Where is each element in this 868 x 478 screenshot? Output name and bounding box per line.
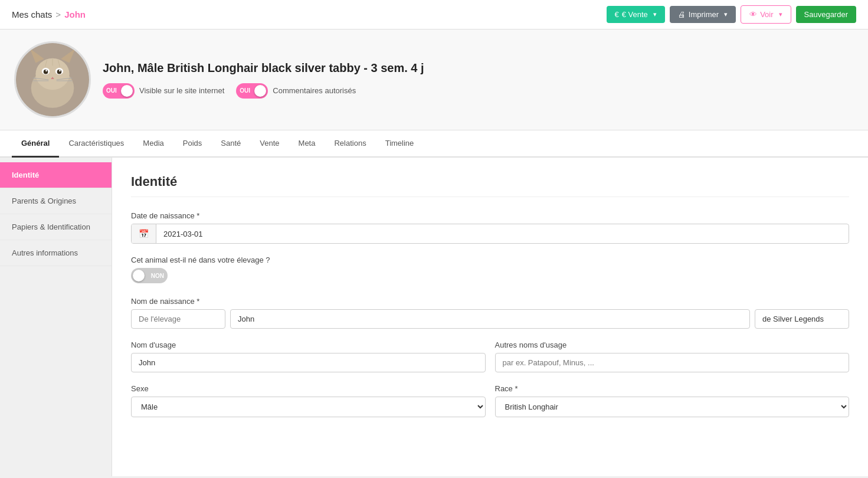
born-label: Cet animal est-il né dans votre élevage …: [131, 256, 849, 264]
sexe-select[interactable]: Mâle Femelle: [131, 397, 486, 417]
form-area: Identité Date de naissance * 📅 Cet anima…: [112, 158, 868, 476]
nom-naissance-group: Nom de naissance * de Silver Legends: [131, 297, 849, 329]
toggle-comments[interactable]: OUI: [236, 83, 268, 99]
toggle-visible-knob: [121, 85, 133, 97]
breadcrumb-base[interactable]: Mes chats: [12, 9, 52, 19]
print-icon: 🖨: [678, 10, 686, 19]
sidebar-item-identite[interactable]: Identité: [0, 162, 112, 188]
tabs-bar: Général Caractéristiques Media Poids San…: [0, 130, 868, 158]
toggle-comments-group: OUI Commentaires autorisés: [236, 83, 356, 99]
date-naissance-group: Date de naissance * 📅: [131, 211, 849, 244]
born-toggle-knob: [133, 270, 145, 281]
tab-vente[interactable]: Vente: [250, 130, 289, 158]
sauvegarder-button[interactable]: Sauvegarder: [796, 6, 856, 23]
born-group: Cet animal est-il né dans votre élevage …: [131, 256, 849, 285]
sidebar: Identité Parents & Origines Papiers & Id…: [0, 158, 112, 476]
toggle-comments-label: OUI: [240, 87, 250, 94]
breadcrumb-separator: >: [55, 9, 61, 19]
race-label: Race *: [495, 384, 850, 393]
vente-label: € Vente: [622, 10, 648, 19]
nom-main-input[interactable]: [230, 309, 750, 329]
autres-noms-input[interactable]: [495, 353, 850, 372]
sidebar-item-papiers[interactable]: Papiers & Identification: [0, 214, 112, 240]
born-toggle-text: NON: [151, 273, 164, 279]
tab-meta[interactable]: Meta: [289, 130, 325, 158]
tab-media[interactable]: Media: [133, 130, 173, 158]
toggle-visible[interactable]: OUI: [103, 83, 135, 99]
imprimer-label: Imprimer: [689, 10, 719, 19]
autres-noms-label: Autres noms d'usage: [495, 341, 850, 349]
sexe-label: Sexe: [131, 384, 486, 393]
autres-noms-group: Autres noms d'usage: [495, 341, 850, 372]
nom-prefix-wrapper: [131, 309, 225, 329]
form-section-title: Identité: [131, 174, 849, 197]
eye-icon: 👁: [749, 10, 757, 19]
toggle-visible-sublabel: Visible sur le site internet: [139, 86, 224, 95]
profile-info: John, Mâle British Longhair black silver…: [103, 61, 854, 99]
nom-usage-row: Nom d'usage Autres noms d'usage: [131, 341, 849, 372]
nom-naissance-row: de Silver Legends: [131, 309, 849, 329]
imprimer-button[interactable]: 🖨 Imprimer: [670, 6, 736, 23]
nom-prefix-input[interactable]: [131, 309, 225, 329]
profile-toggles: OUI Visible sur le site internet OUI Com…: [103, 83, 854, 99]
race-select[interactable]: British Longhair British Shorthair Persi…: [495, 397, 850, 417]
breadcrumb-current: John: [64, 9, 86, 19]
toggle-comments-knob: [254, 85, 266, 97]
date-naissance-input[interactable]: [156, 225, 849, 243]
sexe-group: Sexe Mâle Femelle: [131, 384, 486, 417]
toggle-comments-sublabel: Commentaires autorisés: [273, 86, 356, 95]
vente-button[interactable]: € € Vente: [607, 6, 665, 23]
nom-usage-input[interactable]: [131, 353, 486, 372]
toggle-visible-label: OUI: [106, 87, 117, 94]
sexe-race-row: Sexe Mâle Femelle Race * British Longhai…: [131, 384, 849, 417]
tab-general[interactable]: Général: [12, 130, 59, 158]
main-layout: Identité Parents & Origines Papiers & Id…: [0, 158, 868, 476]
date-naissance-label: Date de naissance *: [131, 211, 849, 220]
svg-point-9: [45, 70, 47, 71]
race-group: Race * British Longhair British Shorthai…: [495, 384, 850, 417]
nom-usage-group: Nom d'usage: [131, 341, 486, 372]
tab-timeline[interactable]: Timeline: [376, 130, 424, 158]
date-input-wrapper: 📅: [131, 224, 849, 244]
topbar-actions: € € Vente 🖨 Imprimer 👁 Voir Sauvegarder: [607, 5, 856, 24]
calendar-icon: 📅: [132, 224, 156, 243]
voir-label: Voir: [760, 10, 773, 19]
sauvegarder-label: Sauvegarder: [804, 10, 848, 19]
euro-icon: €: [615, 10, 619, 19]
breadcrumb: Mes chats > John: [12, 9, 86, 19]
voir-button[interactable]: 👁 Voir: [741, 5, 791, 24]
profile-header: John, Mâle British Longhair black silver…: [0, 30, 868, 130]
avatar: [14, 41, 91, 118]
sidebar-item-autres[interactable]: Autres informations: [0, 240, 112, 266]
nom-suffix: de Silver Legends: [755, 309, 849, 329]
svg-point-10: [59, 70, 61, 71]
toggle-visible-group: OUI Visible sur le site internet: [103, 83, 224, 99]
topbar: Mes chats > John € € Vente 🖨 Imprimer 👁 …: [0, 0, 868, 30]
sidebar-item-parents[interactable]: Parents & Origines: [0, 188, 112, 214]
tab-caracteristiques[interactable]: Caractéristiques: [59, 130, 133, 158]
tab-poids[interactable]: Poids: [173, 130, 212, 158]
nom-naissance-label: Nom de naissance *: [131, 297, 849, 306]
nom-main-wrapper: [230, 309, 750, 329]
tab-sante[interactable]: Santé: [211, 130, 250, 158]
profile-name: John, Mâle British Longhair black silver…: [103, 61, 854, 75]
born-toggle[interactable]: NON: [131, 268, 168, 283]
tab-relations[interactable]: Relations: [325, 130, 375, 158]
nom-usage-label: Nom d'usage: [131, 341, 486, 349]
